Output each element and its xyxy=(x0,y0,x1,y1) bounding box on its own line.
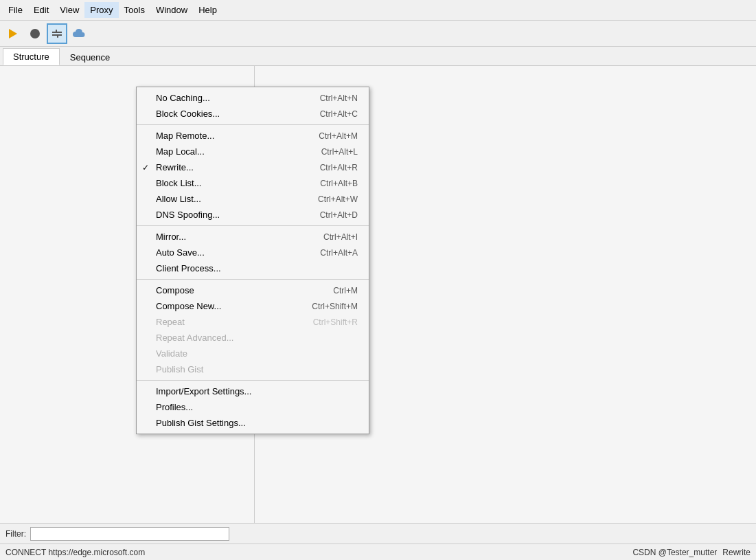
menu-item-rewrite[interactable]: ✓ Rewrite... Ctrl+Alt+R xyxy=(137,159,369,175)
toolbar xyxy=(0,21,756,47)
menu-item-repeat-advanced: Repeat Advanced... xyxy=(137,330,369,346)
content-area: No Caching... Ctrl+Alt+N Block Cookies..… xyxy=(0,66,756,560)
separator-2 xyxy=(137,225,369,226)
menu-item-profiles[interactable]: Profiles... xyxy=(137,399,369,415)
toolbar-btn-cloud[interactable] xyxy=(69,23,89,44)
menubar-item-view[interactable]: View xyxy=(54,2,84,18)
filter-label: Filter: xyxy=(5,529,26,539)
separator-1 xyxy=(137,124,369,125)
separator-3 xyxy=(137,279,369,280)
svg-point-1 xyxy=(30,29,40,38)
app-body: Structure Sequence No Caching... Ctrl+Al… xyxy=(0,21,756,560)
menu-item-block-cookies[interactable]: Block Cookies... Ctrl+Alt+C xyxy=(137,106,369,122)
proxy-dropdown-menu: No Caching... Ctrl+Alt+N Block Cookies..… xyxy=(136,87,369,434)
menu-item-mirror[interactable]: Mirror... Ctrl+Alt+I xyxy=(137,229,369,245)
tabs-area: Structure Sequence xyxy=(0,47,756,66)
toolbar-btn-record[interactable] xyxy=(25,23,45,44)
menu-item-block-list[interactable]: Block List... Ctrl+Alt+B xyxy=(137,175,369,191)
toolbar-btn-start[interactable] xyxy=(3,23,23,44)
tab-sequence[interactable]: Sequence xyxy=(60,49,121,65)
statusbar-center: CSDN @Tester_mutter xyxy=(632,548,717,557)
menu-item-publish-gist-settings[interactable]: Publish Gist Settings... xyxy=(137,415,369,431)
separator-4 xyxy=(137,380,369,381)
menu-item-map-remote[interactable]: Map Remote... Ctrl+Alt+M xyxy=(137,128,369,144)
menu-item-auto-save[interactable]: Auto Save... Ctrl+Alt+A xyxy=(137,245,369,260)
menu-item-map-local[interactable]: Map Local... Ctrl+Alt+L xyxy=(137,144,369,159)
menubar-item-proxy[interactable]: Proxy xyxy=(84,2,118,18)
menu-item-allow-list[interactable]: Allow List... Ctrl+Alt+W xyxy=(137,191,369,207)
menu-item-validate: Validate xyxy=(137,346,369,361)
svg-rect-4 xyxy=(56,30,57,33)
statusbar-rewrite: Rewrite xyxy=(722,548,751,557)
menu-item-compose[interactable]: Compose Ctrl+M xyxy=(137,282,369,298)
dropdown-overlay: No Caching... Ctrl+Alt+N Block Cookies..… xyxy=(0,87,756,560)
menubar-item-edit[interactable]: Edit xyxy=(28,2,54,18)
toolbar-btn-settings[interactable] xyxy=(47,23,67,44)
menu-item-compose-new[interactable]: Compose New... Ctrl+Shift+M xyxy=(137,298,369,314)
svg-rect-5 xyxy=(57,34,58,38)
statusbar: CONNECT https://edge.microsoft.com CSDN … xyxy=(0,544,756,560)
menu-item-dns-spoofing[interactable]: DNS Spoofing... Ctrl+Alt+D xyxy=(137,207,369,223)
filter-bar: Filter: xyxy=(0,523,756,544)
menubar-item-file[interactable]: File xyxy=(3,2,28,18)
filter-input[interactable] xyxy=(30,527,229,541)
menubar-item-window[interactable]: Window xyxy=(150,2,193,18)
menubar: File Edit View Proxy Tools Window Help xyxy=(0,0,756,21)
menu-item-publish-gist: Publish Gist xyxy=(137,361,369,377)
menu-item-import-export-settings[interactable]: Import/Export Settings... xyxy=(137,383,369,399)
menubar-item-help[interactable]: Help xyxy=(193,2,222,18)
statusbar-right: CSDN @Tester_mutter Rewrite xyxy=(632,548,751,557)
statusbar-left: CONNECT https://edge.microsoft.com xyxy=(5,548,145,557)
menu-item-no-caching[interactable]: No Caching... Ctrl+Alt+N xyxy=(137,90,369,106)
tab-structure[interactable]: Structure xyxy=(3,48,60,65)
menu-item-client-process[interactable]: Client Process... xyxy=(137,260,369,276)
menu-item-repeat: Repeat Ctrl+Shift+R xyxy=(137,314,369,330)
checkmark-rewrite: ✓ xyxy=(142,163,149,172)
menubar-item-tools[interactable]: Tools xyxy=(119,2,150,18)
svg-marker-0 xyxy=(9,29,17,38)
